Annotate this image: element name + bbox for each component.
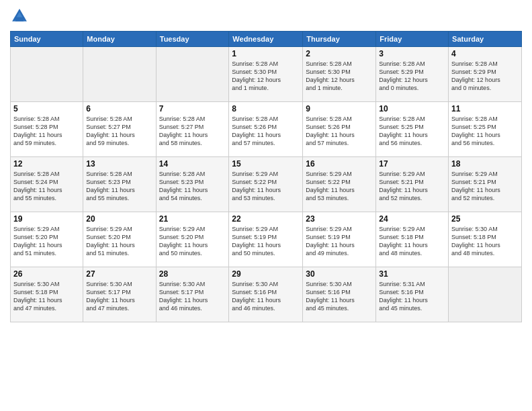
day-header-tuesday: Tuesday — [156, 32, 229, 47]
calendar-cell: 20Sunrise: 5:29 AM Sunset: 5:20 PM Dayli… — [83, 212, 156, 267]
day-number: 18 — [451, 159, 519, 169]
calendar-cell: 23Sunrise: 5:29 AM Sunset: 5:19 PM Dayli… — [303, 212, 376, 267]
day-info: Sunrise: 5:28 AM Sunset: 5:23 PM Dayligh… — [159, 170, 226, 203]
day-info: Sunrise: 5:29 AM Sunset: 5:21 PM Dayligh… — [451, 170, 519, 203]
day-number: 10 — [379, 104, 445, 113]
day-number: 25 — [451, 214, 519, 224]
day-info: Sunrise: 5:30 AM Sunset: 5:16 PM Dayligh… — [306, 280, 373, 313]
calendar-week-4: 19Sunrise: 5:29 AM Sunset: 5:20 PM Dayli… — [11, 212, 522, 267]
day-info: Sunrise: 5:29 AM Sunset: 5:21 PM Dayligh… — [379, 170, 445, 203]
day-number: 12 — [13, 159, 80, 169]
day-number: 28 — [159, 269, 226, 279]
day-info: Sunrise: 5:29 AM Sunset: 5:18 PM Dayligh… — [379, 225, 445, 258]
calendar-cell: 6Sunrise: 5:28 AM Sunset: 5:27 PM Daylig… — [83, 102, 156, 157]
calendar-cell: 22Sunrise: 5:29 AM Sunset: 5:19 PM Dayli… — [229, 212, 303, 267]
calendar-cell — [83, 47, 156, 102]
day-number: 26 — [13, 269, 80, 279]
calendar-cell: 3Sunrise: 5:28 AM Sunset: 5:29 PM Daylig… — [376, 47, 449, 102]
day-header-saturday: Saturday — [449, 32, 522, 47]
calendar-cell — [156, 47, 229, 102]
calendar-cell: 21Sunrise: 5:29 AM Sunset: 5:20 PM Dayli… — [156, 212, 229, 267]
day-number: 16 — [306, 159, 373, 169]
day-info: Sunrise: 5:28 AM Sunset: 5:30 PM Dayligh… — [306, 60, 373, 93]
logo — [10, 7, 32, 26]
day-info: Sunrise: 5:30 AM Sunset: 5:17 PM Dayligh… — [159, 280, 226, 313]
calendar-week-1: 1Sunrise: 5:28 AM Sunset: 5:30 PM Daylig… — [11, 47, 522, 102]
page-container: SundayMondayTuesdayWednesdayThursdayFrid… — [0, 0, 532, 326]
day-number: 19 — [13, 214, 80, 224]
logo-icon — [10, 7, 29, 26]
day-info: Sunrise: 5:30 AM Sunset: 5:16 PM Dayligh… — [232, 280, 300, 313]
day-header-sunday: Sunday — [11, 32, 83, 47]
day-number: 27 — [86, 269, 152, 279]
calendar-cell — [449, 267, 522, 322]
day-number: 14 — [159, 159, 226, 169]
day-number: 15 — [232, 159, 300, 169]
calendar-cell: 2Sunrise: 5:28 AM Sunset: 5:30 PM Daylig… — [303, 47, 376, 102]
day-info: Sunrise: 5:30 AM Sunset: 5:17 PM Dayligh… — [86, 280, 152, 313]
calendar-cell: 31Sunrise: 5:31 AM Sunset: 5:16 PM Dayli… — [376, 267, 449, 322]
calendar-cell: 4Sunrise: 5:28 AM Sunset: 5:29 PM Daylig… — [449, 47, 522, 102]
calendar-cell: 13Sunrise: 5:28 AM Sunset: 5:23 PM Dayli… — [83, 157, 156, 212]
calendar-cell: 24Sunrise: 5:29 AM Sunset: 5:18 PM Dayli… — [376, 212, 449, 267]
day-info: Sunrise: 5:29 AM Sunset: 5:19 PM Dayligh… — [232, 225, 300, 258]
calendar-cell: 9Sunrise: 5:28 AM Sunset: 5:26 PM Daylig… — [303, 102, 376, 157]
day-number: 4 — [451, 49, 519, 58]
calendar-cell: 18Sunrise: 5:29 AM Sunset: 5:21 PM Dayli… — [449, 157, 522, 212]
day-number: 6 — [86, 104, 152, 113]
day-info: Sunrise: 5:29 AM Sunset: 5:20 PM Dayligh… — [86, 225, 152, 258]
day-header-monday: Monday — [83, 32, 156, 47]
calendar-table: SundayMondayTuesdayWednesdayThursdayFrid… — [10, 31, 522, 322]
day-number: 31 — [379, 269, 445, 279]
calendar-cell: 7Sunrise: 5:28 AM Sunset: 5:27 PM Daylig… — [156, 102, 229, 157]
calendar-week-2: 5Sunrise: 5:28 AM Sunset: 5:28 PM Daylig… — [11, 102, 522, 157]
day-number: 24 — [379, 214, 445, 224]
calendar-cell: 5Sunrise: 5:28 AM Sunset: 5:28 PM Daylig… — [11, 102, 83, 157]
calendar-week-3: 12Sunrise: 5:28 AM Sunset: 5:24 PM Dayli… — [11, 157, 522, 212]
day-info: Sunrise: 5:29 AM Sunset: 5:19 PM Dayligh… — [306, 225, 373, 258]
day-info: Sunrise: 5:28 AM Sunset: 5:26 PM Dayligh… — [306, 115, 373, 148]
day-info: Sunrise: 5:28 AM Sunset: 5:29 PM Dayligh… — [451, 60, 519, 93]
day-number: 30 — [306, 269, 373, 279]
day-info: Sunrise: 5:29 AM Sunset: 5:22 PM Dayligh… — [306, 170, 373, 203]
day-info: Sunrise: 5:28 AM Sunset: 5:27 PM Dayligh… — [159, 115, 226, 148]
day-info: Sunrise: 5:28 AM Sunset: 5:25 PM Dayligh… — [379, 115, 445, 148]
day-info: Sunrise: 5:28 AM Sunset: 5:29 PM Dayligh… — [379, 60, 445, 93]
day-info: Sunrise: 5:30 AM Sunset: 5:18 PM Dayligh… — [451, 225, 519, 258]
day-info: Sunrise: 5:29 AM Sunset: 5:20 PM Dayligh… — [13, 225, 80, 258]
calendar-cell: 17Sunrise: 5:29 AM Sunset: 5:21 PM Dayli… — [376, 157, 449, 212]
day-number: 17 — [379, 159, 445, 169]
calendar-cell: 30Sunrise: 5:30 AM Sunset: 5:16 PM Dayli… — [303, 267, 376, 322]
day-number: 9 — [306, 104, 373, 113]
day-info: Sunrise: 5:28 AM Sunset: 5:27 PM Dayligh… — [86, 115, 152, 148]
day-number: 22 — [232, 214, 300, 224]
calendar-cell: 27Sunrise: 5:30 AM Sunset: 5:17 PM Dayli… — [83, 267, 156, 322]
calendar-cell: 16Sunrise: 5:29 AM Sunset: 5:22 PM Dayli… — [303, 157, 376, 212]
calendar-cell: 12Sunrise: 5:28 AM Sunset: 5:24 PM Dayli… — [11, 157, 83, 212]
day-info: Sunrise: 5:28 AM Sunset: 5:28 PM Dayligh… — [13, 115, 80, 148]
calendar-cell: 25Sunrise: 5:30 AM Sunset: 5:18 PM Dayli… — [449, 212, 522, 267]
day-number: 21 — [159, 214, 226, 224]
day-info: Sunrise: 5:29 AM Sunset: 5:20 PM Dayligh… — [159, 225, 226, 258]
day-info: Sunrise: 5:30 AM Sunset: 5:18 PM Dayligh… — [13, 280, 80, 313]
day-number: 5 — [13, 104, 80, 113]
day-info: Sunrise: 5:29 AM Sunset: 5:22 PM Dayligh… — [232, 170, 300, 203]
day-number: 23 — [306, 214, 373, 224]
calendar-cell: 1Sunrise: 5:28 AM Sunset: 5:30 PM Daylig… — [229, 47, 303, 102]
calendar-header-row: SundayMondayTuesdayWednesdayThursdayFrid… — [11, 32, 522, 47]
calendar-cell: 29Sunrise: 5:30 AM Sunset: 5:16 PM Dayli… — [229, 267, 303, 322]
day-info: Sunrise: 5:31 AM Sunset: 5:16 PM Dayligh… — [379, 280, 445, 313]
calendar-cell: 28Sunrise: 5:30 AM Sunset: 5:17 PM Dayli… — [156, 267, 229, 322]
page-header — [10, 7, 522, 26]
day-number: 1 — [232, 49, 300, 58]
day-header-wednesday: Wednesday — [229, 32, 303, 47]
day-number: 2 — [306, 49, 373, 58]
day-number: 8 — [232, 104, 300, 113]
day-number: 20 — [86, 214, 152, 224]
calendar-cell: 19Sunrise: 5:29 AM Sunset: 5:20 PM Dayli… — [11, 212, 83, 267]
day-number: 3 — [379, 49, 445, 58]
calendar-cell: 8Sunrise: 5:28 AM Sunset: 5:26 PM Daylig… — [229, 102, 303, 157]
svg-rect-3 — [15, 17, 24, 21]
calendar-cell: 10Sunrise: 5:28 AM Sunset: 5:25 PM Dayli… — [376, 102, 449, 157]
day-info: Sunrise: 5:28 AM Sunset: 5:24 PM Dayligh… — [13, 170, 80, 203]
